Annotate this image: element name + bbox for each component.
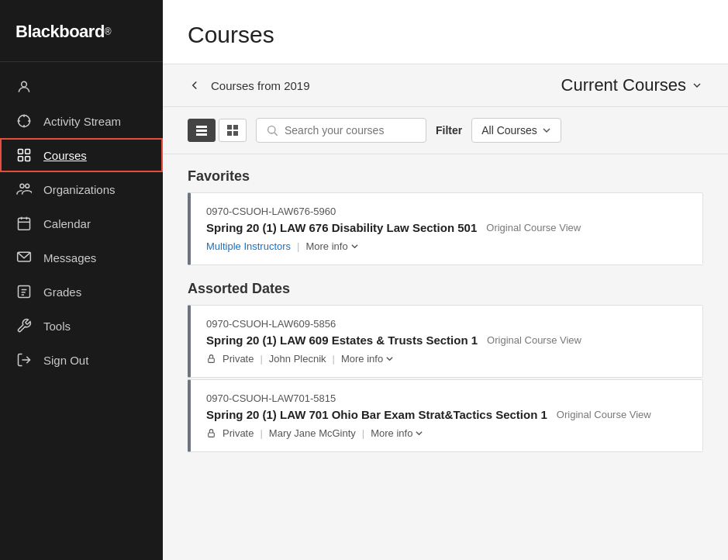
sidebar-item-calendar[interactable]: Calendar (0, 206, 163, 240)
course-name: Spring 20 (1) LAW 609 Estates & Trusts S… (206, 334, 478, 347)
search-box (256, 118, 426, 143)
sidebar-item-user[interactable] (0, 70, 163, 104)
sidebar-nav: Activity Stream Courses Organizations Ca… (0, 62, 163, 377)
svg-rect-23 (227, 131, 232, 136)
course-meta: Private | John Plecnik | More info (206, 353, 687, 365)
more-info-chevron-icon (350, 242, 359, 251)
svg-rect-5 (26, 157, 30, 161)
sidebar-item-grades[interactable]: Grades (0, 275, 163, 309)
course-id: 0970-CSUOH-LAW701-5815 (206, 392, 687, 404)
more-info-label: More info (341, 353, 383, 365)
course-view-label: Original Course View (486, 222, 581, 233)
section-title-assorted-dates: Assorted Dates (188, 267, 703, 305)
filter-bar: Filter All Courses (163, 107, 728, 154)
svg-rect-8 (19, 218, 30, 230)
section-title-favorites: Favorites (188, 154, 703, 192)
list-view-icon (195, 124, 208, 137)
view-toggle (188, 119, 247, 142)
current-courses-label: Current Courses (561, 75, 686, 95)
search-icon (266, 124, 278, 137)
course-view-label: Original Course View (487, 334, 581, 346)
toolbar-left: Courses from 2019 (188, 78, 310, 92)
svg-rect-28 (209, 433, 215, 437)
organizations-icon (16, 181, 33, 197)
course-name-row: Spring 20 (1) LAW 676 Disability Law Sec… (206, 221, 687, 234)
sidebar-item-label: Sign Out (43, 354, 88, 367)
more-info-button[interactable]: More info (371, 427, 423, 439)
sidebar-item-label: Calendar (43, 217, 91, 230)
list-view-button[interactable] (188, 119, 216, 142)
sidebar-item-label: Activity Stream (43, 115, 121, 128)
grades-icon (16, 284, 33, 299)
more-info-label: More info (305, 240, 347, 252)
sidebar-item-courses[interactable]: Courses (0, 138, 163, 172)
page-title: Courses (188, 22, 703, 48)
filter-chevron-icon (542, 126, 551, 135)
course-name: Spring 20 (1) LAW 676 Disability Law Sec… (206, 221, 477, 234)
more-info-button[interactable]: More info (305, 240, 358, 252)
svg-rect-3 (26, 150, 30, 154)
user-icon (16, 79, 33, 95)
chevron-down-icon (691, 79, 703, 92)
sidebar-item-tools[interactable]: Tools (0, 309, 163, 343)
instructor-name: John Plecnik (269, 353, 326, 365)
svg-point-25 (268, 126, 275, 133)
more-info-chevron-icon (415, 429, 423, 437)
filter-label: Filter (436, 124, 462, 137)
course-list: Favorites 0970-CSUOH-LAW676-5960 Spring … (163, 154, 728, 560)
course-card: 0970-CSUOH-LAW609-5856 Spring 20 (1) LAW… (188, 305, 703, 378)
signout-icon (16, 352, 33, 368)
course-name: Spring 20 (1) LAW 701 Ohio Bar Exam Stra… (206, 408, 547, 421)
filter-option-label: All Courses (481, 124, 537, 137)
svg-rect-18 (196, 126, 207, 128)
current-courses-button[interactable]: Current Courses (561, 75, 703, 95)
course-id: 0970-CSUOH-LAW609-5856 (206, 318, 687, 330)
sidebar: Blackboard® Activity Stream Courses (0, 0, 163, 560)
back-button[interactable] (188, 78, 202, 92)
search-input[interactable] (285, 124, 416, 137)
tools-icon (16, 318, 33, 334)
svg-line-26 (274, 133, 278, 136)
main-header: Courses (163, 0, 728, 64)
svg-rect-13 (19, 286, 30, 298)
svg-point-6 (20, 184, 24, 188)
grid-view-button[interactable] (219, 119, 247, 142)
svg-point-0 (22, 81, 27, 87)
instructor-name: Mary Jane McGinty (269, 427, 356, 439)
private-label: Private (223, 353, 254, 365)
sidebar-item-label: Organizations (43, 183, 116, 196)
course-name-row: Spring 20 (1) LAW 609 Estates & Trusts S… (206, 334, 687, 347)
svg-rect-27 (209, 358, 215, 362)
activity-icon (16, 113, 33, 129)
svg-rect-24 (233, 131, 238, 136)
private-label: Private (223, 427, 254, 439)
sidebar-item-label: Grades (43, 285, 81, 299)
multiple-instructors-link[interactable]: Multiple Instructors (206, 240, 291, 252)
sidebar-item-messages[interactable]: Messages (0, 240, 163, 275)
sidebar-item-label: Tools (43, 320, 71, 333)
course-meta: Multiple Instructors | More info (206, 240, 687, 252)
private-icon (206, 354, 216, 364)
svg-rect-21 (227, 125, 232, 130)
courses-icon (16, 147, 33, 163)
filter-dropdown[interactable]: All Courses (471, 118, 561, 143)
courses-from-label: Courses from 2019 (211, 79, 310, 92)
sidebar-item-activity-stream[interactable]: Activity Stream (0, 104, 163, 138)
more-info-button[interactable]: More info (341, 353, 394, 365)
app-name: Blackboard (16, 22, 105, 42)
course-id: 0970-CSUOH-LAW676-5960 (206, 206, 687, 217)
more-info-chevron-icon (385, 354, 394, 363)
private-icon (206, 428, 216, 438)
sidebar-item-organizations[interactable]: Organizations (0, 172, 163, 206)
sidebar-item-label: Courses (43, 149, 87, 162)
main-content: Courses Courses from 2019 Current Course… (163, 0, 728, 560)
course-meta: Private | Mary Jane McGinty | More info (206, 427, 687, 439)
app-logo: Blackboard® (0, 0, 163, 62)
svg-rect-19 (196, 130, 207, 132)
course-card: 0970-CSUOH-LAW676-5960 Spring 20 (1) LAW… (188, 192, 703, 265)
sidebar-item-sign-out[interactable]: Sign Out (0, 343, 163, 377)
toolbar-row: Courses from 2019 Current Courses (163, 64, 728, 107)
grid-view-icon (226, 124, 239, 137)
svg-rect-4 (19, 157, 23, 161)
sidebar-item-label: Messages (43, 251, 96, 264)
